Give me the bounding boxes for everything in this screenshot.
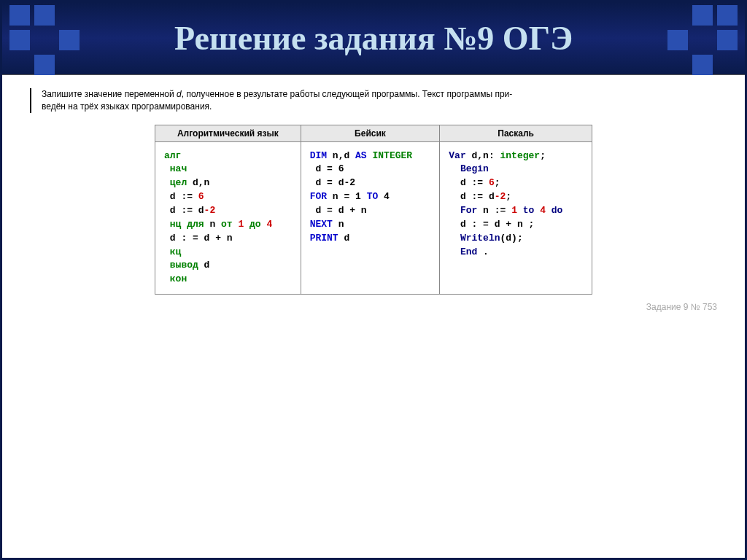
task-description: Запишите значение переменной d, полученн… xyxy=(30,88,723,113)
task-var: d xyxy=(177,89,182,99)
column-header-pascal: Паскаль xyxy=(440,125,592,141)
task-id-label: Задание 9 № 753 xyxy=(24,302,717,312)
column-header-basic: Бейсик xyxy=(301,125,440,141)
decoration-squares-right xyxy=(667,5,738,75)
slide-content: Запишите значение переменной d, полученн… xyxy=(2,75,745,312)
column-header-algo: Алгоритмический язык xyxy=(155,125,301,141)
slide-header: Решение задания №9 ОГЭ xyxy=(2,2,745,75)
code-cell-pascal: Var d,n: integer; Begin d := 6; d := d-2… xyxy=(440,141,592,294)
code-cell-algo: алг нач цел d,n d := 6 d := d-2 нц для n… xyxy=(155,141,301,294)
code-comparison-table: Алгоритмический язык Бейсик Паскаль алг … xyxy=(155,125,592,295)
slide-title: Решение задания №9 ОГЭ xyxy=(174,19,573,58)
decoration-squares-left xyxy=(9,5,80,75)
code-cell-basic: DIM n,d AS INTEGER d = 6 d = d-2 FOR n =… xyxy=(301,141,440,294)
task-text-part: , полученное в результате работы следующ… xyxy=(182,89,513,99)
task-text-part: Запишите значение переменной xyxy=(42,89,177,99)
task-text-part: ведён на трёх языках программирования. xyxy=(42,101,212,112)
